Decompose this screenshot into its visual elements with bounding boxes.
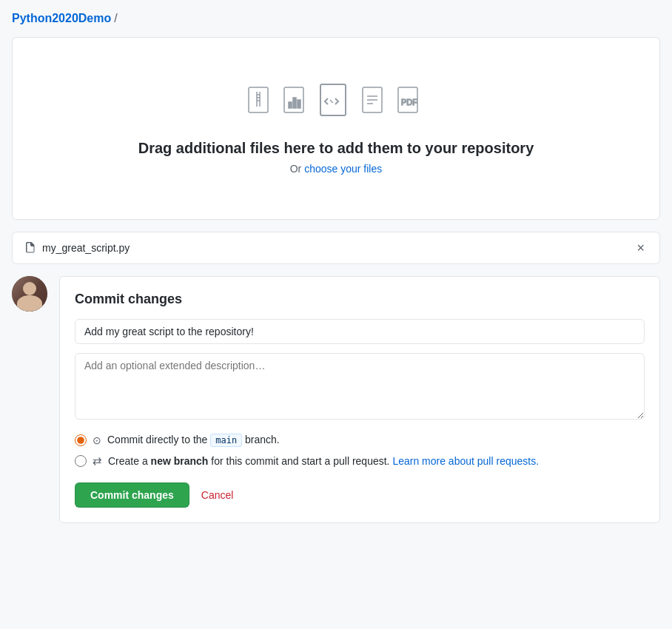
file-row-left: my_great_script.py: [24, 242, 130, 254]
radio-direct-suffix: branch.: [242, 434, 280, 445]
svg-rect-8: [293, 98, 296, 108]
commit-box: Commit changes ⊙ Commit directly to the …: [59, 276, 660, 523]
branch-badge: main: [210, 434, 242, 447]
learn-more-link[interactable]: Learn more about pull requests.: [392, 455, 539, 467]
file-pdf-icon: PDF: [396, 86, 426, 121]
extended-description-textarea[interactable]: [75, 353, 645, 420]
avatar-image: [12, 276, 47, 312]
breadcrumb-separator: /: [114, 12, 117, 24]
svg-line-11: [330, 100, 333, 103]
cancel-button[interactable]: Cancel: [198, 483, 237, 507]
radio-direct-prefix: Commit directly to the: [107, 434, 210, 445]
radio-direct-label[interactable]: Commit directly to the main branch.: [107, 434, 280, 447]
radio-new-input[interactable]: [75, 455, 87, 467]
radio-new-branch: ⇄ Create a new branch for this commit an…: [75, 454, 645, 468]
file-name: my_great_script.py: [42, 242, 130, 254]
file-row: my_great_script.py ×: [12, 232, 660, 264]
drop-zone-title: Drag additional files here to add them t…: [27, 140, 645, 157]
commit-actions: Commit changes Cancel: [75, 482, 645, 508]
branch-icon: ⊙: [93, 434, 101, 446]
breadcrumb: Python2020Demo/: [12, 12, 660, 25]
commit-section: Commit changes ⊙ Commit directly to the …: [12, 276, 660, 523]
radio-new-prefix: Create a: [108, 455, 151, 467]
svg-rect-7: [289, 102, 292, 108]
choose-files-link[interactable]: choose your files: [304, 163, 382, 175]
drop-zone-icons: PDF: [27, 82, 645, 125]
svg-rect-10: [320, 84, 346, 115]
repo-link[interactable]: Python2020Demo: [12, 12, 111, 24]
radio-direct-input[interactable]: [75, 434, 87, 446]
radio-new-label[interactable]: Create a new branch for this commit and …: [108, 455, 539, 467]
radio-group: ⊙ Commit directly to the main branch. ⇄ …: [75, 434, 645, 468]
svg-rect-9: [298, 100, 300, 108]
commit-title: Commit changes: [75, 292, 645, 307]
file-close-button[interactable]: ×: [634, 240, 648, 256]
drop-zone-subtitle-prefix: Or: [290, 163, 304, 175]
file-zip-icon: [246, 86, 276, 121]
drop-zone: PDF Drag additional files here to add th…: [12, 37, 660, 220]
radio-direct-branch: ⊙ Commit directly to the main branch.: [75, 434, 645, 447]
radio-new-suffix: for this commit and start a pull request…: [208, 455, 392, 467]
pull-request-icon: ⇄: [93, 454, 102, 468]
file-text-icon: [360, 86, 390, 121]
svg-rect-0: [249, 87, 268, 112]
radio-new-branch-bold: new branch: [151, 455, 209, 467]
file-icon: [24, 242, 36, 254]
avatar: [12, 276, 47, 312]
commit-message-input[interactable]: [75, 319, 645, 344]
file-chart-icon: [282, 86, 312, 121]
file-code-icon: [317, 82, 355, 125]
svg-text:PDF: PDF: [401, 98, 417, 107]
drop-zone-subtitle: Or choose your files: [27, 163, 645, 175]
commit-changes-button[interactable]: Commit changes: [75, 482, 189, 508]
